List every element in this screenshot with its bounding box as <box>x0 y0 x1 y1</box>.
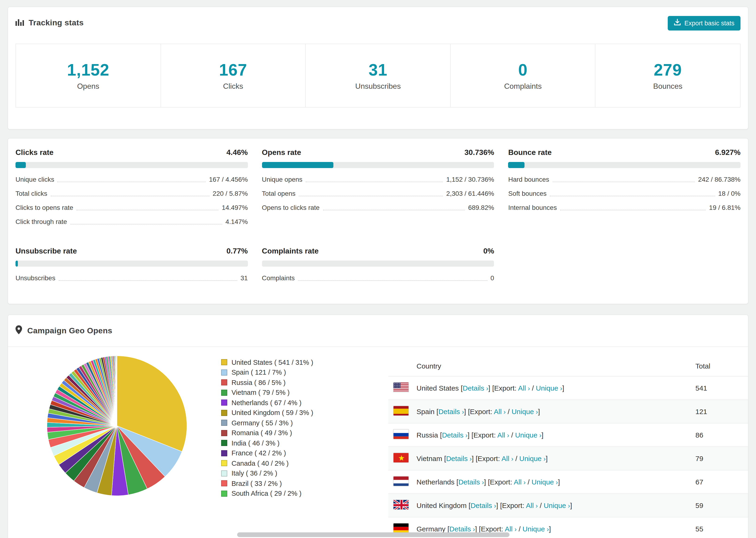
rate-percent: 30.736% <box>464 148 494 157</box>
export-unique-link[interactable]: Unique› <box>536 384 562 392</box>
details-link[interactable]: Details› <box>463 384 488 392</box>
export-unique-link[interactable]: Unique› <box>523 525 549 533</box>
rate-percent: 0.77% <box>227 247 248 255</box>
geo-opens-title: Campaign Geo Opens <box>27 326 112 336</box>
country-cell: Netherlands [Details›] [Export: All› / U… <box>416 470 695 494</box>
legend-item-canada[interactable]: Canada ( 40 / 2% ) <box>221 458 313 468</box>
dotted-leader <box>77 210 219 210</box>
geo-table-row-russia: Russia [Details›] [Export: All› / Unique… <box>388 423 748 447</box>
geo-table-row-united-kingdom: United Kingdom [Details›] [Export: All› … <box>388 494 748 517</box>
geo-table-row-vietnam: Vietnam [Details›] [Export: All› / Uniqu… <box>388 447 748 470</box>
horizontal-scrollbar-thumb[interactable] <box>237 532 510 537</box>
legend-label: Vietnam ( 79 / 5% ) <box>232 389 290 397</box>
rate-percent: 4.46% <box>227 148 248 157</box>
rate-metric-value: 220 / 5.87% <box>213 189 248 198</box>
gb-flag-icon <box>393 500 409 510</box>
progress-bar <box>262 260 494 267</box>
legend-item-vietnam[interactable]: Vietnam ( 79 / 5% ) <box>221 388 313 398</box>
legend-item-romania[interactable]: Romania ( 49 / 3% ) <box>221 428 313 438</box>
rates-card: Clicks rate 4.46% Unique clicks 167 / 4.… <box>8 138 748 304</box>
stat-box-bounces: 279 Bounces <box>595 44 740 108</box>
tracking-stats-card: Tracking stats Export basic stats 1,152 … <box>8 7 748 130</box>
rate-metric-label: Unique clicks <box>16 175 54 184</box>
legend-item-spain[interactable]: Spain ( 121 / 7% ) <box>221 367 313 377</box>
stat-box-unsubscribes: 31 Unsubscribes <box>305 44 451 108</box>
progress-bar <box>262 162 494 168</box>
export-all-link[interactable]: All› <box>497 431 509 439</box>
dotted-leader <box>323 210 465 210</box>
export-all-link[interactable]: All› <box>514 478 526 486</box>
rate-metric-row: Hard bounces 242 / 86.738% <box>508 175 740 184</box>
total-cell: 79 <box>695 447 748 470</box>
total-cell: 55 <box>695 517 748 538</box>
legend-swatch <box>221 369 227 376</box>
legend-swatch <box>221 450 227 456</box>
rate-metric-value: 167 / 4.456% <box>209 175 248 184</box>
rate-metric-row: Unique opens 1,152 / 30.736% <box>262 175 494 184</box>
rate-percent: 6.927% <box>715 148 740 157</box>
rate-metric-label: Clicks to opens rate <box>16 203 73 212</box>
details-link[interactable]: Details› <box>446 455 472 462</box>
export-unique-link[interactable]: Unique› <box>515 431 541 439</box>
es-flag-icon <box>393 405 409 416</box>
export-basic-stats-button[interactable]: Export basic stats <box>668 16 740 30</box>
legend-item-india[interactable]: India ( 46 / 3% ) <box>221 438 313 448</box>
export-all-link[interactable]: All› <box>502 455 513 462</box>
rate-metric-row: Soft bounces 18 / 0% <box>508 189 740 198</box>
rate-percent: 0% <box>483 247 494 255</box>
details-link[interactable]: Details› <box>470 501 496 510</box>
legend-item-united-kingdom[interactable]: United Kingdom ( 59 / 3% ) <box>221 408 313 418</box>
legend-label: Romania ( 49 / 3% ) <box>232 429 292 437</box>
rate-metric-row: Complaints 0 <box>262 274 494 283</box>
stat-box-clicks: 167 Clicks <box>160 44 306 108</box>
stat-value: 31 <box>369 61 387 79</box>
export-unique-link[interactable]: Unique› <box>519 455 546 462</box>
legend-label: Netherlands ( 67 / 4% ) <box>232 399 301 406</box>
legend-item-south-africa[interactable]: South Africa ( 29 / 2% ) <box>221 488 313 499</box>
export-all-link[interactable]: All› <box>494 407 506 415</box>
clicks-rate-block: Clicks rate 4.46% Unique clicks 167 / 4.… <box>16 147 248 232</box>
bar-chart-icon <box>16 18 24 28</box>
rate-name: Bounce rate <box>508 148 552 157</box>
legend-item-italy[interactable]: Italy ( 36 / 2% ) <box>221 468 313 478</box>
rate-metric-label: Soft bounces <box>508 189 547 198</box>
legend-item-united-states[interactable]: United States ( 541 / 31% ) <box>221 357 313 367</box>
geo-table-row-spain: Spain [Details›] [Export: All› / Unique›… <box>388 400 748 423</box>
dotted-leader <box>70 224 222 224</box>
progress-bar <box>508 162 740 168</box>
rate-metric-label: Hard bounces <box>508 175 549 184</box>
total-cell: 86 <box>695 423 748 447</box>
rate-metric-row: Clicks to opens rate 14.497% <box>16 203 248 212</box>
legend-label: Germany ( 55 / 3% ) <box>232 419 293 427</box>
rate-metric-value: 14.497% <box>222 203 248 212</box>
details-link[interactable]: Details› <box>458 478 484 486</box>
legend-label: Spain ( 121 / 7% ) <box>232 369 286 376</box>
legend-item-russia[interactable]: Russia ( 86 / 5% ) <box>221 377 313 388</box>
legend-item-netherlands[interactable]: Netherlands ( 67 / 4% ) <box>221 398 313 408</box>
export-unique-link[interactable]: Unique› <box>531 478 558 486</box>
legend-label: Brazil ( 33 / 2% ) <box>232 480 282 487</box>
export-all-link[interactable]: All› <box>505 525 517 533</box>
details-link[interactable]: Details› <box>438 407 464 415</box>
legend-item-brazil[interactable]: Brazil ( 33 / 2% ) <box>221 478 313 488</box>
rate-metric-label: Complaints <box>262 274 295 283</box>
details-link[interactable]: Details› <box>449 525 475 533</box>
rate-metric-value: 19 / 6.81% <box>709 203 740 212</box>
geo-pie-legend: United States ( 541 / 31% ) Spain ( 121 … <box>221 357 313 499</box>
progress-fill <box>262 162 333 168</box>
details-link[interactable]: Details› <box>442 431 467 439</box>
geo-opens-body: United States ( 541 / 31% ) Spain ( 121 … <box>8 347 748 538</box>
export-all-link[interactable]: All› <box>526 501 538 510</box>
progress-bar <box>16 260 248 267</box>
tracking-stats-title: Tracking stats <box>28 18 83 28</box>
export-all-link[interactable]: All› <box>518 384 530 392</box>
geo-pie-wrap <box>16 354 188 497</box>
legend-item-germany[interactable]: Germany ( 55 / 3% ) <box>221 418 313 428</box>
dotted-leader <box>59 280 237 281</box>
rate-metric-row: Unique clicks 167 / 4.456% <box>16 175 248 184</box>
export-unique-link[interactable]: Unique› <box>512 407 538 415</box>
legend-item-france[interactable]: France ( 42 / 2% ) <box>221 448 313 458</box>
export-unique-link[interactable]: Unique› <box>544 501 570 510</box>
dotted-leader <box>306 182 443 182</box>
legend-label: Canada ( 40 / 2% ) <box>232 459 289 467</box>
